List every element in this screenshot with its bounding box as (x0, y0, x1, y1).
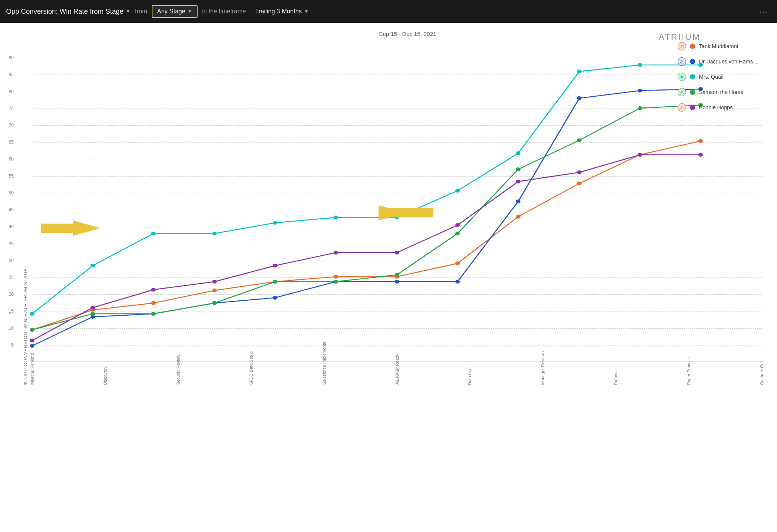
legend-item-tank: ⚠ Tank Muddlefoot (678, 42, 762, 50)
chart-container: % OPP CONVERSION: WIN RATE FROM STAGE (23, 41, 762, 385)
dp-samson-7 (455, 232, 460, 235)
dp-mq-10 (637, 63, 642, 67)
dp-samson-2 (151, 312, 156, 316)
y-label-45: 45 (9, 207, 14, 212)
dp-samson-0 (30, 328, 34, 332)
date-range-label: Sep 15 - Dec 15, 2021 (54, 31, 762, 37)
legend-dot-samson (690, 89, 695, 95)
y-label-35: 35 (9, 241, 14, 247)
y-label-85: 85 (9, 72, 14, 77)
x-label-1: Discovery (103, 367, 107, 385)
dp-bonnie-1 (91, 306, 95, 310)
y-label-30: 30 (9, 258, 14, 263)
dp-dj-8 (516, 200, 521, 203)
dp-samson-5 (334, 280, 338, 284)
y-label-60: 60 (9, 156, 14, 162)
y-label-55: 55 (9, 174, 14, 179)
x-label-7: Manager Reviews (540, 351, 545, 385)
in-timeframe-label: in the timeframe (202, 8, 246, 15)
legend-icon-bonnie: ⚠ (678, 103, 686, 112)
y-label-40: 40 (9, 224, 14, 229)
stage-dropdown-icon: ▼ (188, 9, 192, 14)
dp-bonnie-9 (577, 170, 582, 174)
dp-mq-9 (577, 70, 582, 73)
dp-samson-8 (516, 167, 521, 171)
dp-mq-8 (516, 151, 521, 155)
legend-label-mrs-quail: Mrs. Quail (699, 74, 723, 80)
trailing-dropdown[interactable]: Trailing 3 Months ▼ (250, 6, 313, 17)
dp-mq-7 (455, 189, 460, 193)
x-label-3: SFDC Data Setup (249, 351, 253, 385)
dp-bonnie-8 (516, 180, 521, 183)
dp-samson-3 (212, 301, 217, 305)
x-label-9: Paper Process (686, 357, 691, 385)
dp-samson-4 (273, 280, 277, 284)
trailing-label: Trailing 3 Months (255, 8, 302, 15)
y-label-50: 50 (9, 190, 14, 196)
y-label-15: 15 (9, 308, 14, 314)
dp-samson-1 (91, 312, 95, 316)
dp-tank-3 (212, 289, 217, 292)
x-label-6: Data Live (467, 367, 472, 385)
dp-samson-9 (577, 138, 582, 142)
dp-bonnie-6 (395, 251, 399, 255)
legend-item-bonnie: ⚠ Bonnie Hopps (678, 103, 762, 112)
x-label-10: Contract Out (759, 361, 764, 385)
dp-bonnie-2 (151, 288, 156, 292)
dp-dj-9 (577, 96, 582, 100)
svg-rect-3 (379, 208, 433, 217)
legend-item-mrs-quail: ★ Mrs. Quail (678, 73, 762, 81)
metric-label: Opp Conversion: Win Rate from Stage (6, 8, 123, 16)
dp-dj-4 (273, 296, 277, 300)
svg-marker-0 (73, 221, 101, 236)
legend-item-dr-jacques: ⚠ Dr. Jacques von Häms... (678, 57, 762, 66)
annotation-arrow-2 (379, 205, 433, 221)
x-label-4: Salesforce Implementa... (322, 338, 326, 385)
x-label-8: Proposal (613, 368, 618, 385)
from-label: from (135, 8, 147, 15)
y-label-75: 75 (9, 106, 14, 111)
chart-svg (32, 41, 762, 362)
dp-dj-7 (455, 280, 460, 284)
dp-bonnie-4 (273, 264, 277, 268)
dp-samson-10 (637, 106, 642, 110)
dp-tank-5 (334, 275, 338, 279)
y-label-5: 5 (11, 342, 14, 348)
dp-mq-2 (151, 232, 156, 235)
legend-dot-dr-jacques (690, 59, 695, 64)
stage-dropdown[interactable]: Any Stage ▼ (152, 5, 198, 18)
legend-icon-mrs-quail: ★ (678, 73, 686, 81)
legend-icon-dr-jacques: ⚠ (678, 57, 686, 66)
legend-label-bonnie: Bonnie Hopps (699, 104, 733, 110)
y-label-90: 90 (9, 55, 14, 60)
dp-tank-8 (516, 215, 521, 219)
dp-tank-7 (455, 261, 460, 265)
x-label-2: Security Review (176, 355, 180, 385)
metric-selector[interactable]: Opp Conversion: Win Rate from Stage ▼ (6, 8, 130, 16)
dp-samson-6 (395, 273, 399, 277)
legend-icon-tank: ⚠ (678, 42, 686, 50)
chart-area: Sep 15 - Dec 15, 2021 ATRIIUM % OPP CONV… (0, 23, 777, 532)
dp-bonnie-5 (334, 251, 338, 255)
legend-label-dr-jacques: Dr. Jacques von Häms... (699, 58, 758, 65)
dp-mq-5 (334, 216, 338, 219)
legend-item-samson: ⚠ Samson the Horse (678, 88, 762, 96)
y-label-25: 25 (9, 275, 14, 280)
dp-bonnie-10 (637, 153, 642, 157)
dp-tank-2 (151, 301, 156, 305)
chart-inner: Meeting PendingDiscoverySecurity ReviewS… (32, 41, 762, 385)
more-options-button[interactable]: ··· (759, 7, 768, 16)
y-label-80: 80 (9, 89, 14, 94)
y-label-65: 65 (9, 139, 14, 145)
svg-rect-1 (41, 224, 74, 233)
dp-bonnie-0 (30, 339, 34, 342)
stage-label: Any Stage (157, 8, 185, 15)
legend-dot-tank (690, 44, 695, 49)
x-label-5: AE FASP Ready (395, 354, 399, 385)
legend-dot-bonnie (690, 105, 695, 110)
dp-bonnie-7 (455, 223, 460, 227)
dp-dj-0 (30, 344, 34, 348)
dp-bonnie-3 (212, 280, 217, 284)
legend-dot-mrs-quail (690, 74, 695, 79)
dp-bonnie-11 (698, 153, 703, 157)
